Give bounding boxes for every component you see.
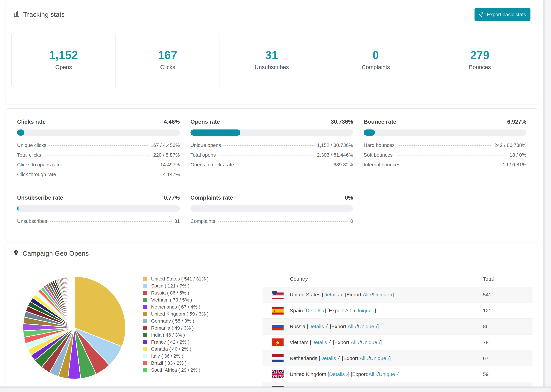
rate-detail-row: Unique clicks167 / 4.456% — [17, 142, 180, 152]
country-name: United Kingdom — [290, 371, 326, 377]
rate-progress-fill — [364, 129, 375, 136]
detail-label: Click through rate — [17, 172, 56, 177]
details-link[interactable]: Details › — [329, 371, 348, 377]
rate-progress-bar — [191, 129, 353, 136]
rate-detail-row: Unsubscribes31 — [17, 218, 180, 228]
export-prefix: ] [Export: — [339, 355, 360, 361]
legend-item-united-states: United States ( 541 / 31% ) — [143, 275, 262, 282]
separator: / — [354, 308, 355, 314]
details-link[interactable]: Details › — [308, 324, 327, 329]
rates-card: Clicks rate4.46%Unique clicks167 / 4.456… — [6, 108, 538, 241]
stat-cell-clicks: 167Clicks — [115, 34, 219, 87]
bracket: [ — [309, 339, 311, 345]
detail-value: 167 / 4.456% — [151, 142, 180, 148]
legend-item-spain: Spain ( 121 / 7% ) — [143, 282, 262, 289]
separator: / — [360, 339, 361, 345]
rate-progress-fill — [191, 129, 240, 136]
detail-label: Complaints — [191, 218, 215, 224]
dotted-leader — [49, 145, 148, 146]
rate-progress-bar — [17, 129, 180, 136]
export-unique-link[interactable]: Unique › — [358, 324, 377, 329]
rate-value: 4.46% — [164, 119, 180, 125]
separator: / — [377, 371, 379, 377]
nl-flag-icon — [272, 354, 283, 362]
table-row-vn: Vietnam [Details ›] [Export: All › / Uni… — [262, 334, 532, 350]
legend-label: Spain ( 121 / 7% ) — [151, 283, 190, 289]
detail-label: Unique opens — [191, 142, 221, 148]
export-all-link[interactable]: All › — [351, 339, 360, 345]
export-all-link[interactable]: All › — [368, 371, 377, 377]
rate-block-opens-rate: Opens rate30.736%Unique opens1,152 / 30.… — [191, 119, 353, 182]
rate-progress-fill — [17, 129, 24, 136]
legend-item-south-africa: South Africa ( 29 / 2% ) — [143, 366, 262, 373]
geo-header: Campaign Geo Opens — [6, 244, 538, 263]
export-basic-stats-button[interactable]: Export basic stats — [474, 8, 530, 21]
dotted-leader — [63, 165, 158, 165]
export-unique-link[interactable]: Unique › — [361, 339, 380, 345]
export-unique-link[interactable]: Unique › — [373, 292, 392, 298]
rate-title: Bounce rate — [364, 119, 396, 125]
rate-detail-row: Total clicks220 / 5.87% — [17, 152, 180, 162]
legend-item-vietnam: Vietnam ( 79 / 5% ) — [143, 296, 262, 303]
vertical-scrollbar-track[interactable] — [544, 0, 551, 392]
dotted-leader — [218, 221, 348, 222]
export-unique-link[interactable]: Unique › — [379, 371, 398, 377]
export-prefix: ] [Export: — [348, 371, 368, 377]
detail-value: 4.147% — [163, 172, 180, 177]
rate-value: 30.736% — [331, 119, 353, 125]
legend-swatch — [143, 340, 147, 344]
detail-value: 14.497% — [160, 162, 180, 168]
export-prefix: ] [Export: — [325, 308, 345, 314]
details-link[interactable]: Details › — [323, 292, 342, 298]
legend-label: Canada ( 40 / 2% ) — [151, 346, 191, 352]
detail-label: Opens to clicks rate — [191, 162, 234, 168]
rate-value: 6.927% — [507, 119, 526, 125]
dotted-leader — [50, 221, 172, 222]
export-all-link[interactable]: All › — [345, 308, 354, 314]
rate-block-complaints-rate: Complaints rate0%Complaints0 — [191, 195, 353, 228]
rate-detail-row: Opens to clicks rate689.82% — [191, 162, 353, 172]
ru-flag-icon — [272, 322, 283, 330]
legend-swatch — [143, 326, 147, 330]
dotted-leader — [397, 145, 492, 146]
details-link[interactable]: Details › — [311, 339, 330, 345]
export-unique-link[interactable]: Unique › — [370, 355, 389, 361]
stat-value: 279 — [428, 49, 532, 62]
horizontal-scrollbar-track[interactable] — [0, 386, 551, 392]
es-flag-icon — [272, 307, 283, 315]
rate-detail-row: Soft bounces18 / 0% — [364, 152, 526, 162]
detail-value: 1,152 / 30.736% — [317, 142, 353, 148]
country-name: United States — [290, 292, 320, 298]
separator: / — [368, 355, 370, 361]
details-link[interactable]: Details › — [306, 308, 325, 314]
export-all-link[interactable]: All › — [360, 355, 369, 361]
table-row-nl: Netherlands [Details ›] [Export: All › /… — [262, 350, 532, 366]
stat-value: 167 — [116, 49, 219, 62]
legend-item-france: France ( 42 / 2% ) — [143, 338, 262, 345]
stats-wrap: 1,152Opens167Clicks31Unsubscribes0Compla… — [6, 26, 538, 104]
dotted-leader — [395, 155, 507, 155]
legend-item-romania: Romania ( 49 / 3% ) — [143, 324, 262, 331]
dashboard: Tracking stats Export basic stats 1,152O… — [0, 0, 544, 392]
stat-label: Opens — [12, 64, 115, 70]
rate-progress-bar — [191, 205, 353, 211]
country-cell: United Kingdom [Details ›] [Export: All … — [272, 370, 483, 378]
table-row-es: Spain [Details ›] [Export: All › / Uniqu… — [262, 302, 532, 318]
gb-flag-icon — [272, 370, 283, 378]
export-unique-link[interactable]: Unique › — [355, 308, 375, 314]
rate-detail-row: Hard bounces242 / 86.738% — [364, 142, 526, 152]
us-flag-icon — [272, 291, 283, 299]
export-all-link[interactable]: All › — [363, 292, 372, 298]
legend-swatch — [143, 319, 147, 323]
legend-swatch — [143, 368, 147, 372]
stat-label: Unsubscribes — [220, 64, 324, 70]
legend-swatch — [143, 333, 147, 337]
column-header-total: Total — [483, 276, 523, 282]
details-link[interactable]: Details › — [320, 355, 339, 361]
rate-block-bounce-rate: Bounce rate6.927%Hard bounces242 / 86.73… — [364, 119, 526, 182]
bracket: ] — [392, 292, 394, 298]
legend-swatch — [143, 361, 147, 365]
legend-label: Germany ( 55 / 3% ) — [151, 318, 194, 324]
rate-detail-row: Complaints0 — [191, 218, 353, 228]
export-all-link[interactable]: All › — [347, 324, 356, 329]
